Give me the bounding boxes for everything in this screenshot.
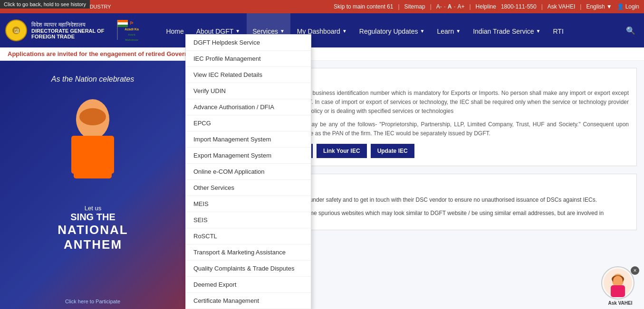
hero-participate[interactable]: Click here to Participate [0,299,185,304]
top-bar-actions: Skip to main content 61 | Sitemap | A- -… [334,3,639,10]
tooltip-text: Click to go back, hold to see history [4,1,86,7]
chevron-down-icon: ▼ [342,28,347,34]
main-content-area: As the Nation celebrates Let us SING THE… [0,61,644,309]
dropdown-item-iec-profile[interactable]: IEC Profile Management [186,51,311,67]
government-emblem: ◲ [5,19,28,42]
svg-rect-20 [611,285,625,297]
helpline-label: Helpline [476,3,496,10]
skip-to-content[interactable]: Skip to main content 61 [334,3,393,10]
user-icon: 👤 [617,3,624,10]
dropdown-item-deemed-export[interactable]: Deemed Export [186,277,311,293]
dropdown-item-certificate-mgmt[interactable]: Certificate Management [186,293,311,309]
svg-rect-8 [117,20,128,22]
dropdown-item-ecom[interactable]: Online e-COM Application [186,164,311,180]
chatbot-widget[interactable]: × Ask VAHEI [601,266,639,304]
search-icon[interactable]: 🔍 [622,22,639,39]
main-navigation: ◲ विदेश व्यापार महानिदेशालय DIRECTORATE … [0,13,644,47]
svg-text:🏳: 🏳 [130,21,134,26]
font-size-controls: A- - A - A+ [436,3,465,10]
hero-line1: As the Nation celebrates [51,75,134,84]
back-tooltip: Click to go back, hold to see history [0,0,90,9]
chevron-down-icon: ▼ [536,28,541,34]
hero-banner: As the Nation celebrates Let us SING THE… [0,61,185,309]
top-utility-bar: MINISTRY OF COMMERCE AND INDUSTRY Skip t… [0,0,644,13]
nav-learn[interactable]: Learn ▼ [431,13,466,47]
chevron-down-icon: ▼ [456,28,461,34]
marquee-announcement: Applications are invited for the engagem… [0,47,644,61]
chevron-down-icon: ▼ [280,28,285,34]
dropdown-item-transport[interactable]: Transport & Marketing Assistance [186,244,311,261]
logo-line3: FOREIGN TRADE [31,34,104,39]
svg-point-16 [79,108,106,125]
hero-anthem2: ANTHEM [10,237,176,252]
chevron-down-icon: ▼ [235,28,240,34]
sitemap-link[interactable]: Sitemap [404,3,425,10]
update-iec-button[interactable]: Update IEC [371,144,414,158]
svg-rect-10 [117,25,128,27]
svg-text:Mahotsav: Mahotsav [125,38,139,41]
chatbot-label: Ask VAHEI [601,300,639,306]
hero-sing-the: SING THE [10,212,176,223]
helpline-number: 1800-111-550 [501,3,537,10]
link-iec-button[interactable]: Link Your IEC [317,144,367,158]
logo-hindi: विदेश व्यापार महानिदेशालय [31,21,104,28]
svg-rect-9 [117,22,128,25]
svg-text:◲: ◲ [14,28,19,33]
dropdown-item-advance-auth[interactable]: Advance Authorisation / DFIA [186,99,311,115]
font-small-btn[interactable]: A- [436,3,442,10]
marquee-text: Applications are invited for the engagem… [8,50,203,57]
svg-text:Azadi Ka: Azadi Ka [125,28,139,31]
dropdown-item-epcg[interactable]: EPCG [186,115,311,131]
font-medium-btn[interactable]: A [448,3,452,10]
dropdown-item-quality-complaints[interactable]: Quality Complaints & Trade Disputes [186,261,311,277]
dropdown-item-meis[interactable]: MEIS [186,196,311,212]
svg-rect-14 [71,136,81,174]
hero-let-us: Let us [10,205,176,212]
nav-indian-trade-service[interactable]: Indian Trade Service ▼ [467,13,546,47]
azadi-logo: 🏳 Azadi Ka Amrit Mahotsav [113,16,151,45]
chatbot-close-button[interactable]: × [631,266,639,275]
svg-point-21 [613,276,623,285]
dropdown-item-other-services[interactable]: Other Services [186,180,311,196]
logo-text: विदेश व्यापार महानिदेशालय DIRECTORATE GE… [31,21,104,39]
chevron-down-icon: ▼ [420,28,425,34]
svg-text:Amrit: Amrit [128,33,136,36]
dropdown-item-dgft-helpdesk[interactable]: DGFT Helpdesk Service [186,35,311,51]
nav-rti[interactable]: RTI [548,13,569,47]
font-large-btn[interactable]: A+ [457,3,464,10]
nav-regulatory-updates[interactable]: Regulatory Updates ▼ [354,13,431,47]
dropdown-item-verify-udin[interactable]: Verify UDIN [186,83,311,99]
dropdown-item-export-mgmt[interactable]: Export Management System [186,148,311,164]
svg-rect-15 [105,136,114,174]
dropdown-item-view-iec[interactable]: View IEC Related Details [186,67,311,83]
logo-section: ◲ विदेश व्यापार महानिदेशालय DIRECTORATE … [5,16,151,45]
dropdown-item-import-mgmt[interactable]: Import Management System [186,131,311,148]
login-button[interactable]: 👤 Login [617,3,639,10]
chatbot-avatar [601,266,634,300]
chevron-down-icon: ▼ [606,3,612,10]
hero-anthem: NATIONAL [10,223,176,237]
dropdown-item-seis[interactable]: SEIS [186,212,311,228]
ask-vahei-link[interactable]: Ask VAHEI [548,3,575,10]
dropdown-item-roscctl[interactable]: RoSCTL [186,228,311,244]
pm-silhouette [59,91,126,186]
language-selector[interactable]: English ▼ [586,3,612,10]
logo-line2: DIRECTORATE GENERAL OF [31,28,104,34]
services-dropdown-menu: DGFT Helpdesk Service IEC Profile Manage… [185,34,311,309]
